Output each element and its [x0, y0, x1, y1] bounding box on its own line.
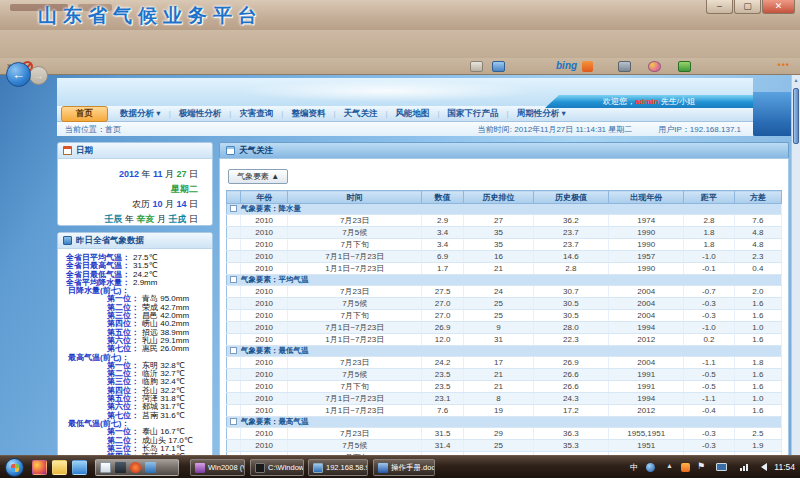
- back-button[interactable]: ←: [6, 62, 31, 87]
- blue-app-icon[interactable]: [145, 462, 156, 473]
- table-header-cell: 距平: [684, 191, 734, 204]
- table-header-cell: 数值: [422, 191, 464, 204]
- tray-sphere-icon[interactable]: [646, 463, 655, 472]
- start-button[interactable]: [5, 458, 24, 477]
- table-row[interactable]: 20107月1日~7月23日26.9928.01994-1.01.0: [227, 322, 782, 334]
- red-app-icon[interactable]: [130, 462, 141, 473]
- taskbar-icon-group[interactable]: [95, 459, 179, 476]
- close-button[interactable]: ✕: [762, 0, 795, 14]
- cmd-icon: [255, 463, 265, 473]
- maximize-button[interactable]: ▢: [734, 0, 761, 14]
- table-group-row[interactable]: 气象要素：最低气温: [227, 346, 782, 357]
- language-indicator[interactable]: 中: [630, 462, 638, 473]
- table-row[interactable]: 20107月23日24.21726.92004-1.11.8: [227, 357, 782, 369]
- taskbar-button-1[interactable]: Win2008 (VS2...: [190, 459, 245, 476]
- table-row[interactable]: 20101月1日~7月23日7.61917.22012-0.41.6: [227, 405, 782, 417]
- current-time: 当前时间: 2012年11月27日 11:14:31 星期二: [478, 124, 632, 135]
- doc-icon[interactable]: [100, 462, 111, 473]
- table-header-cell: 时间: [288, 191, 422, 204]
- mail-addon-icon[interactable]: [492, 61, 505, 72]
- menu-item-9[interactable]: 周期性分析 ▾: [509, 108, 574, 120]
- card-addon-icon[interactable]: [470, 61, 483, 72]
- menu-item-8[interactable]: 国家下行产品: [440, 108, 507, 120]
- pinned-app-icon-3[interactable]: [72, 460, 87, 475]
- header-right-cap: [753, 92, 791, 136]
- weather-focus-icon: [226, 146, 235, 155]
- calendar-panel: 日期 2012 年 11 月 27 日 星期二 农历 10 月 14 日 壬辰 …: [57, 142, 213, 226]
- table-row[interactable]: 20107月5候31.42535.31951-0.31.9: [227, 440, 782, 452]
- tray-orange-icon[interactable]: [681, 463, 690, 472]
- calendar-weekday: 星期二: [58, 182, 198, 197]
- group-checkbox[interactable]: [230, 205, 237, 212]
- minimize-button[interactable]: –: [706, 0, 733, 14]
- element-filter-button[interactable]: 气象要素 ▲: [228, 169, 288, 184]
- pinned-app-icon-2[interactable]: [52, 460, 67, 475]
- table-row[interactable]: 20107月1日~7月23日23.1824.31994-1.11.0: [227, 393, 782, 405]
- action-center-flag-icon[interactable]: ⚑: [697, 461, 705, 471]
- table-row[interactable]: 20107月1日~7月23日6.91614.61957-1.02.3: [227, 251, 782, 263]
- table-row[interactable]: 20107月23日27.52430.72004-0.72.0: [227, 286, 782, 298]
- weather-panel-header: 昨日全省气象数据: [58, 233, 212, 249]
- display-tray-icon[interactable]: [716, 463, 727, 471]
- menu-item-5[interactable]: 整编资料: [283, 108, 333, 120]
- menu-item-2[interactable]: 数据分析 ▾: [112, 108, 169, 120]
- taskbar-button-2[interactable]: C:\Windows\s...: [250, 459, 304, 476]
- page-scrollbar[interactable]: ▲ ▼: [791, 75, 800, 478]
- taskbar: Win2008 (VS2...C:\Windows\s...192.168.58…: [0, 455, 800, 478]
- calendar-icon: [63, 146, 72, 155]
- table-row[interactable]: 20107月5候3.43523.719901.84.8: [227, 227, 782, 239]
- group-checkbox[interactable]: [230, 418, 237, 425]
- clock[interactable]: 11:54: [774, 462, 795, 472]
- table-group-row[interactable]: 气象要素：平均气温: [227, 275, 782, 286]
- table-row[interactable]: 20107月5候23.52126.61991-0.51.6: [227, 369, 782, 381]
- menu-item-7[interactable]: 风能地图: [388, 108, 438, 120]
- group-checkbox[interactable]: [230, 347, 237, 354]
- main-panel: 天气关注 气象要素 ▲ 年份时间数值历史排位历史极值出现年份距平方差 气象要素：…: [219, 142, 789, 478]
- group-checkbox[interactable]: [230, 276, 237, 283]
- scroll-up-icon[interactable]: ▲: [792, 77, 800, 83]
- network-icon[interactable]: [740, 464, 748, 471]
- main-panel-title: 天气关注: [239, 145, 273, 157]
- weather-focus-table: 年份时间数值历史排位历史极值出现年份距平方差 气象要素：降水量20107月23日…: [226, 190, 782, 478]
- screen: – ▢ ✕ ← → e http://192.168.137.1/SLCCLIM…: [0, 0, 800, 478]
- speaker-icon[interactable]: [757, 463, 767, 471]
- table-group-row[interactable]: 气象要素：降水量: [227, 204, 782, 215]
- menu-item-4[interactable]: 灾害查询: [231, 108, 281, 120]
- taskbar-button-label: 192.168.58.99...: [326, 463, 368, 472]
- pinned-app-icon-1[interactable]: [32, 460, 47, 475]
- more-icon[interactable]: •••: [778, 60, 790, 70]
- green-addon-icon[interactable]: [678, 61, 691, 72]
- menu-item-1[interactable]: 首页: [61, 106, 108, 122]
- table-row[interactable]: 20101月1日~7月23日1.7212.81990-0.10.4: [227, 263, 782, 275]
- table-row[interactable]: 20107月23日2.92736.219742.87.6: [227, 215, 782, 227]
- main-menu: 首页数据分析 ▾|极端性分析|灾害查询|整编资料|天气关注|风能地图|国家下行产…: [57, 106, 753, 122]
- table-row[interactable]: 20101月1日~7月23日12.03122.320120.21.6: [227, 334, 782, 346]
- welcome-username: admin: [635, 97, 659, 106]
- table-row[interactable]: 20107月5候27.02530.52004-0.31.6: [227, 298, 782, 310]
- welcome-banner: 欢迎您，admin 先生/小姐: [545, 95, 753, 108]
- menu-item-6[interactable]: 天气关注: [335, 108, 385, 120]
- word-icon: [378, 463, 388, 473]
- scrollbar-thumb[interactable]: [793, 88, 799, 144]
- taskbar-button-3[interactable]: 192.168.58.99...: [308, 459, 368, 476]
- bing-box-icon[interactable]: [582, 61, 593, 72]
- bing-logo[interactable]: bing: [556, 60, 577, 71]
- content: 日期 2012 年 11 月 27 日 星期二 农历 10 月 14 日 壬辰 …: [57, 142, 791, 478]
- paw-addon-icon[interactable]: [648, 61, 661, 72]
- taskbar-button-4[interactable]: 操作手册.docx ...: [373, 459, 435, 476]
- forward-button[interactable]: →: [29, 66, 48, 85]
- camera-addon-icon[interactable]: [618, 61, 631, 72]
- table-row[interactable]: 20107月下旬23.52126.61991-0.51.6: [227, 381, 782, 393]
- table-row[interactable]: 20107月23日31.52936.31955,1951-0.32.5: [227, 428, 782, 440]
- table-row[interactable]: 20107月下旬3.43523.719901.84.8: [227, 239, 782, 251]
- show-hidden-icons[interactable]: ▲: [666, 462, 673, 469]
- group-label: 气象要素：最高气温: [241, 417, 309, 426]
- calendar-date: 2012 年 11 月 27 日: [58, 167, 198, 182]
- dark-app-icon[interactable]: [115, 462, 126, 473]
- table-row[interactable]: 20107月下旬27.02530.52004-0.31.6: [227, 310, 782, 322]
- table-header-cell: 历史极值: [533, 191, 608, 204]
- breadcrumb: 当前位置：首页: [57, 124, 121, 135]
- windows-flag-icon: [11, 464, 19, 472]
- table-group-row[interactable]: 气象要素：最高气温: [227, 417, 782, 428]
- menu-item-3[interactable]: 极端性分析: [171, 108, 230, 120]
